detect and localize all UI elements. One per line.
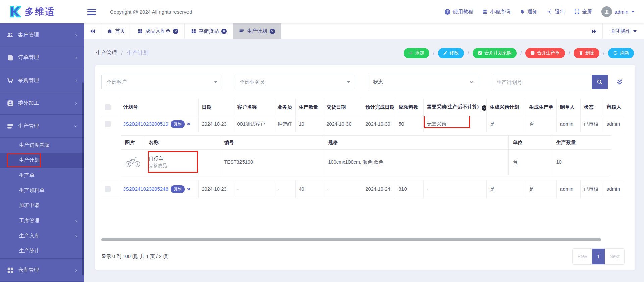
sidebar-item-overtime-request[interactable]: 加班申请 [0, 198, 84, 213]
horizontal-scrollbar-thumb[interactable] [101, 238, 601, 241]
chevron-right-icon: › [75, 218, 77, 224]
close-tab-icon[interactable]: ✕ [270, 29, 275, 34]
merge-production-order-button[interactable]: 合并生产单 [525, 48, 565, 58]
refresh-button[interactable]: 刷新 [608, 48, 634, 58]
fullscreen-menu-item[interactable]: 全屏 [574, 9, 592, 15]
bicycle-image[interactable] [125, 156, 141, 168]
toolbar: 添加 / 修改 / 合并计划采购 / 合并生产单 / 删除 / [404, 48, 634, 58]
refresh-icon [613, 51, 618, 55]
plan-number-input[interactable] [492, 75, 592, 89]
chevron-right-icon: › [75, 267, 77, 273]
production-plan-table: 计划号 日期 客户名称 业务员 生产数量 交货日期 预计完成日期 应领料数 需要… [101, 99, 623, 198]
product-category: 完整成品 [149, 162, 216, 169]
grid-icon [138, 29, 143, 34]
sidebar-item-orders[interactable]: 订单管理 › [0, 46, 84, 69]
product-name-cell: 自行车 完整成品 [149, 154, 216, 171]
sidebar-item-material-requisition[interactable]: 生产领料单 [0, 183, 84, 198]
breadcrumb: 生产管理 / 生产计划 [96, 50, 148, 57]
product-unit: 台 [508, 149, 552, 175]
sidebar-item-warehouse[interactable]: 仓库管理 › [0, 259, 84, 282]
order-file-icon [7, 54, 14, 61]
grid-icon [191, 29, 196, 34]
expand-filters-button[interactable] [616, 79, 623, 85]
copy-badge[interactable]: 复制 [171, 120, 185, 128]
warehouse-grid-icon [7, 267, 14, 274]
product-qty: 10 [552, 149, 611, 175]
close-tab-icon[interactable]: ✕ [221, 29, 227, 34]
tab-stored-goods[interactable]: 存储货品 ✕ [185, 23, 233, 39]
breadcrumb-parent: 生产管理 [96, 50, 117, 56]
edit-button[interactable]: 修改 [438, 48, 464, 58]
sidebar-item-outsourcing[interactable]: 委外加工 › [0, 92, 84, 115]
col-creator: 制单人 [556, 99, 580, 116]
current-page-button[interactable]: 1 [592, 249, 605, 264]
subcol-qty: 生产数量 [552, 135, 611, 149]
prev-page-button[interactable]: Prev [573, 249, 592, 264]
double-chevron-right-icon [591, 29, 597, 34]
product-name: 自行车 [149, 155, 216, 162]
tabs-scroll-left-button[interactable] [84, 23, 101, 39]
page-header: 生产管理 / 生产计划 添加 / 修改 / 合并计划采购 / [84, 42, 644, 64]
tab-bar: 首页 成品入库单 ✕ 存储货品 ✕ [84, 23, 644, 39]
customer-select[interactable]: 全部客户 [101, 75, 222, 89]
sidebar-item-production-order[interactable]: 生产单 [0, 168, 84, 183]
question-help-icon[interactable]: ? [482, 105, 486, 111]
plus-icon [409, 51, 413, 55]
sidebar-item-process-mgmt[interactable]: 工序管理 › [0, 213, 84, 228]
search-button[interactable] [592, 75, 608, 89]
plan-number-link[interactable]: JS20241023200519 [123, 121, 168, 127]
avatar [601, 6, 612, 17]
pencil-icon [443, 51, 448, 55]
row-checkbox[interactable] [105, 121, 111, 127]
salesman-select[interactable]: 全部业务员 [234, 75, 355, 89]
status-select[interactable]: 状态 [368, 75, 478, 89]
select-all-checkbox[interactable] [105, 104, 111, 110]
user-menu[interactable]: admin [601, 6, 635, 17]
minus-square-icon [530, 51, 535, 55]
search-icon [596, 79, 603, 85]
tab-finished-goods-inbound[interactable]: 成品入库单 ✕ [131, 23, 185, 39]
sidebar-item-production-inbound[interactable]: 生产入库 › [0, 228, 84, 243]
sidebar-item-customers[interactable]: 客户管理 › [0, 23, 84, 46]
copy-badge[interactable]: 复制 [171, 185, 185, 193]
sidebar-item-production[interactable]: 生产管理 › [0, 115, 84, 138]
row-checkbox[interactable] [105, 186, 111, 192]
tabs-scroll-right-button[interactable] [585, 23, 603, 39]
users-icon [7, 31, 14, 39]
sidebar-toggle-icon[interactable] [87, 9, 96, 15]
fullscreen-icon [574, 9, 580, 14]
brand-logo[interactable]: 多维适 [0, 4, 84, 19]
logout-menu-item[interactable]: 退出 [547, 9, 565, 15]
col-gen-production-order: 生成生产单 [526, 99, 556, 116]
help-menu-item[interactable]: ? 使用教程 [445, 9, 473, 15]
merge-purchase-plan-button[interactable]: 合并计划采购 [473, 48, 517, 58]
tab-home[interactable]: 首页 [101, 23, 131, 39]
notifications-menu-item[interactable]: 通知 [520, 9, 537, 15]
bars-icon [239, 29, 244, 34]
col-material-qty: 应领料数 [395, 99, 423, 116]
plan-search-group [492, 75, 608, 89]
add-button[interactable]: 添加 [404, 48, 429, 58]
trash-icon [579, 51, 583, 55]
sidebar-item-production-plan[interactable]: 生产计划 [0, 153, 84, 168]
username: admin [614, 9, 628, 15]
close-operations-dropdown[interactable]: 关闭操作 [603, 23, 644, 39]
sidebar-item-purchase[interactable]: 采购管理 › [0, 69, 84, 92]
delete-button[interactable]: 删除 [574, 48, 599, 58]
table-header-row: 计划号 日期 客户名称 业务员 生产数量 交货日期 预计完成日期 应领料数 需要… [101, 99, 623, 116]
sidebar-item-production-board[interactable]: 生产进度看版 [0, 138, 84, 153]
table-row: JS20241023205246复制» 2024-10-23 - - 40 - … [101, 180, 623, 198]
expand-row-icon[interactable]: » [187, 186, 190, 192]
collapse-row-icon[interactable]: » [185, 122, 192, 125]
need-purchase-value: 无需采购 [427, 117, 446, 131]
tab-production-plan[interactable]: 生产计划 ✕ [233, 23, 281, 39]
copyright-text: Copyright @ 2024 All rights reserved [110, 9, 192, 15]
sidebar-item-production-stats[interactable]: 生产统计 [0, 243, 84, 258]
plan-number-link[interactable]: JS20241023205246 [123, 186, 168, 192]
sidebar-scrollbar[interactable] [82, 82, 84, 275]
brand-k-icon [7, 4, 22, 19]
next-page-button[interactable]: Next [605, 249, 624, 264]
miniprogram-menu-item[interactable]: 小程序码 [482, 9, 510, 15]
chevron-right-icon: › [75, 78, 77, 83]
close-tab-icon[interactable]: ✕ [173, 29, 178, 34]
